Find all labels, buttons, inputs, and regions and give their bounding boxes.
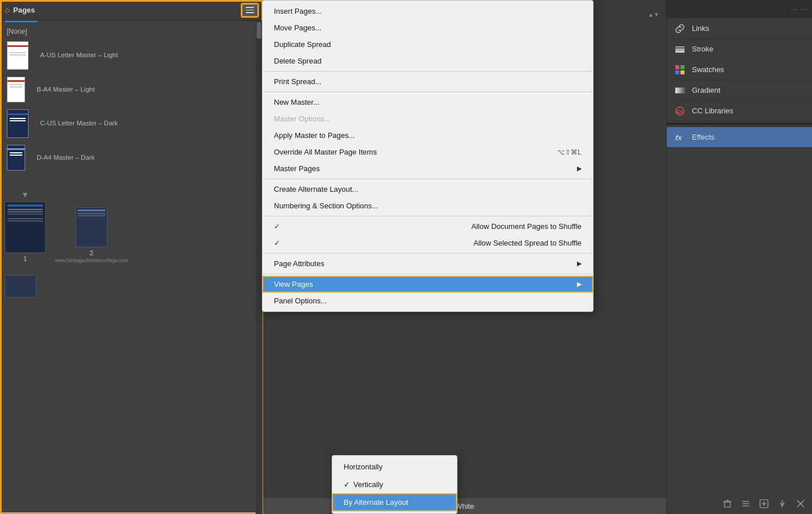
swatches-icon [674,64,686,76]
menu-item-print-spread[interactable]: Print Spread... [262,73,593,90]
menu-item-new-master[interactable]: New Master... [262,94,593,110]
pages-panel: ◇ Pages [None] [0,0,263,514]
none-label: [None] [2,25,260,40]
page-row-d[interactable]: D-A4 Master – Dark [2,144,260,172]
right-panel-divider [667,122,812,126]
panel-title: Pages [13,6,35,14]
fx-icon: fx [674,131,686,144]
page-row-b[interactable]: B-A4 Master – Light [2,76,260,104]
svg-rect-5 [675,70,679,74]
svg-rect-11 [725,502,730,507]
menu-item-move-pages[interactable]: Move Pages... [262,19,593,36]
right-panel-cc[interactable]: Cc CC Libraries [667,101,812,121]
top-bar-dots: ··· ··· [791,6,807,13]
page-section-a: A-US Letter Master – Light [2,40,260,71]
right-panel-effects[interactable]: fx Effects [667,127,812,148]
svg-text:fx: fx [675,133,682,142]
view-pages-arrow: ▶ [577,280,582,288]
page-row-a[interactable]: A-US Letter Master – Light [2,40,260,71]
doc-page-2-number: 2 [90,250,93,256]
menu-item-master-pages[interactable]: Master Pages ▶ [262,160,593,177]
doc-page-1-col: ▼ 1 [5,190,46,263]
submenu-view-pages: Horizontally Vertically By Alternate Lay… [332,455,457,514]
panel-menu-button[interactable] [242,4,258,17]
links-icon [674,22,686,35]
menu-item-override-all[interactable]: Override All Master Page Items ⌥⇧⌘L [262,144,593,160]
stroke-label: Stroke [692,45,714,53]
effects-label: Effects [692,133,715,141]
right-panel-bottom-icons [667,493,812,514]
menu-item-allow-doc-shuffle[interactable]: Allow Document Pages to Shuffle [262,218,593,235]
doc-page-2-thumb[interactable] [75,207,108,247]
trash-icon[interactable] [721,497,734,511]
right-panel: ··· ··· Links Stroke [666,0,812,514]
right-panel-gradient[interactable]: Gradient [667,80,812,101]
scroll-thumb [257,22,261,39]
links-label: Links [692,24,709,33]
cc-label: CC Libraries [692,106,733,115]
doc-page-1-thumb[interactable] [5,201,46,253]
pages-list: [None] A-US Letter Master – Light [0,21,262,181]
menu-item-panel-options[interactable]: Panel Options... [262,292,593,309]
right-panel-links[interactable]: Links [667,18,812,39]
thumb-d [7,145,25,171]
thumb-c [7,109,29,138]
menu-item-apply-master[interactable]: Apply Master to Pages... [262,127,593,144]
section-label-a: A-US Letter Master – Light [35,50,122,61]
footer-text: White [455,502,474,511]
menu-item-create-alt[interactable]: Create Alternate Layout... [262,181,593,197]
svg-rect-6 [680,70,684,74]
collapse-indicator: ▲▼ [648,11,659,18]
arrow-icon: ▶ [577,165,582,172]
hamburger-icon [246,7,254,13]
separator-2 [262,92,593,92]
right-panel-top-bar: ··· ··· [667,0,812,18]
page-section-c: C-US Letter Master – Dark [2,108,260,139]
list-icon[interactable] [739,497,753,511]
separator-6 [262,274,593,274]
menu-item-page-attributes[interactable]: Page Attributes ▶ [262,255,593,272]
page-section-d: D-A4 Master – Dark [2,144,260,172]
separator-3 [262,179,593,179]
menu-item-duplicate-spread[interactable]: Duplicate Spread [262,36,593,53]
page-row-c[interactable]: C-US Letter Master – Dark [2,108,260,139]
submenu-item-vertically[interactable]: Vertically [332,476,457,493]
doc-page-2-col: 2 www.heritagechristiancollege.com [55,190,128,263]
add-icon[interactable] [757,497,771,511]
page2-url: www.heritagechristiancollege.com [55,258,128,263]
menu-item-allow-spread-shuffle[interactable]: Allow Selected Spread to Shuffle [262,235,593,251]
svg-rect-7 [675,88,684,93]
gradient-icon [674,84,686,97]
right-panel-stroke[interactable]: Stroke [667,39,812,60]
menu-item-view-pages[interactable]: View Pages ▶ [262,276,593,292]
submenu-item-by-alternate-layout[interactable]: By Alternate Layout [332,493,457,511]
panel-diamond-icon: ◇ [5,6,10,14]
right-panel-swatches[interactable]: Swatches [667,60,812,80]
page-attributes-arrow: ▶ [577,260,582,267]
separator-1 [262,71,593,72]
section-label-d: D-A4 Master – Dark [32,153,99,163]
stroke-icon [674,43,686,56]
doc-page-1-number: 1 [23,255,27,262]
footer-bar: White [263,498,666,514]
panel-controls [242,4,258,17]
context-menu: Insert Pages... Move Pages... Duplicate … [262,0,594,312]
menu-item-delete-spread[interactable]: Delete Spread [262,53,593,69]
panel-title-group: ◇ Pages [5,6,35,14]
pages-content: [None] A-US Letter Master – Light [0,21,262,302]
menu-item-numbering[interactable]: Numbering & Section Options... [262,197,593,214]
lightning-icon[interactable] [775,497,789,511]
thumb-a [7,41,29,70]
menu-item-insert-pages[interactable]: Insert Pages... [262,3,593,19]
scissors-icon[interactable] [794,497,807,511]
page-section-b: B-A4 Master – Light [2,76,260,104]
separator-4 [262,216,593,216]
gradient-label: Gradient [692,86,721,94]
menu-item-master-options[interactable]: Master Options... [262,110,593,127]
svg-rect-3 [675,65,679,69]
scroll-arrow: ▼ [21,190,29,199]
thumb-b [7,77,25,102]
submenu-item-horizontally[interactable]: Horizontally [332,458,457,476]
svg-rect-4 [680,65,684,69]
swatches-label: Swatches [692,65,724,74]
